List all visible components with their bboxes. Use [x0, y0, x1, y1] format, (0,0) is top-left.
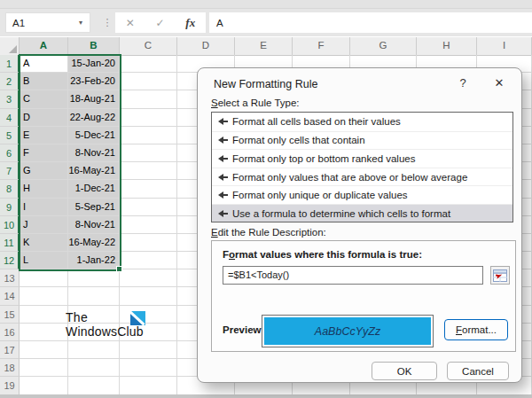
row-header-10[interactable]: 10: [0, 216, 20, 234]
column-header-G[interactable]: G: [350, 37, 417, 56]
name-box[interactable]: A1 ▾: [5, 12, 90, 33]
enter-entry-icon[interactable]: ✓: [156, 17, 165, 29]
rule-type-item-5[interactable]: Use a formula to determine which cells t…: [212, 204, 512, 222]
cell-B5[interactable]: 5-Dec-21: [68, 127, 120, 144]
cell-B12[interactable]: 1-Jan-22: [68, 252, 120, 269]
cell-C19[interactable]: [120, 377, 177, 394]
cell-C18[interactable]: [120, 359, 177, 377]
cell-C5[interactable]: [120, 127, 177, 144]
cell-A3[interactable]: C: [20, 90, 68, 108]
cell-B6[interactable]: 8-Nov-21: [68, 144, 120, 162]
help-button[interactable]: ?: [455, 76, 471, 90]
cell-B10[interactable]: 8-Nov-21: [68, 216, 120, 234]
insert-function-icon[interactable]: fx: [185, 16, 195, 30]
cell-A2[interactable]: B: [20, 73, 68, 90]
cell-C4[interactable]: [120, 109, 177, 127]
row-header-6[interactable]: 6: [0, 144, 20, 162]
row-header-17[interactable]: 17: [0, 341, 20, 359]
cell-C14[interactable]: [120, 287, 177, 305]
row-header-8[interactable]: 8: [0, 180, 20, 198]
row-header-7[interactable]: 7: [0, 162, 20, 180]
cell-B2[interactable]: 23-Feb-20: [68, 73, 120, 90]
cell-A7[interactable]: G: [20, 162, 68, 180]
cell-B3[interactable]: 18-Aug-21: [68, 90, 120, 108]
cell-A5[interactable]: E: [20, 127, 68, 144]
row-header-18[interactable]: 18: [0, 359, 20, 377]
cell-B19[interactable]: [68, 377, 120, 394]
rule-type-item-3[interactable]: Format only values that are above or bel…: [212, 168, 512, 186]
cell-C10[interactable]: [120, 216, 177, 234]
cell-C6[interactable]: [120, 144, 177, 162]
rule-type-item-4[interactable]: Format only unique or duplicate values: [212, 185, 512, 204]
cell-A15[interactable]: [20, 306, 68, 324]
row-header-14[interactable]: 14: [0, 287, 20, 305]
cell-B17[interactable]: [68, 341, 120, 359]
range-picker-button[interactable]: [490, 266, 510, 285]
row-header-19[interactable]: 19: [0, 377, 20, 394]
cell-B18[interactable]: [68, 359, 120, 377]
cell-B4[interactable]: 22-Aug-22: [68, 109, 120, 127]
cell-B1[interactable]: 15-Jan-20: [68, 55, 120, 73]
column-header-A[interactable]: A: [20, 37, 68, 56]
column-header-H[interactable]: H: [417, 37, 477, 56]
cell-B7[interactable]: 16-May-21: [68, 162, 120, 180]
row-header-9[interactable]: 9: [0, 199, 20, 216]
formula-input[interactable]: =$B1<Today(): [223, 266, 483, 285]
cell-A11[interactable]: K: [20, 234, 68, 252]
cell-C3[interactable]: [120, 90, 177, 108]
column-header-E[interactable]: E: [235, 37, 293, 56]
cell-C12[interactable]: [120, 252, 177, 269]
cell-A16[interactable]: [20, 324, 68, 341]
cell-B8[interactable]: 1-Dec-21: [68, 180, 120, 198]
row-header-3[interactable]: 3: [0, 90, 20, 108]
select-all-corner[interactable]: [0, 37, 20, 56]
cell-C11[interactable]: [120, 234, 177, 252]
rule-type-item-2[interactable]: Format only top or bottom ranked values: [212, 149, 512, 168]
cell-A8[interactable]: H: [20, 180, 68, 198]
formula-bar-input[interactable]: A: [209, 12, 532, 33]
cancel-entry-icon[interactable]: ✕: [126, 17, 135, 29]
row-header-2[interactable]: 2: [0, 73, 20, 90]
cell-A19[interactable]: [20, 377, 68, 394]
column-header-F[interactable]: F: [293, 37, 350, 56]
cell-A17[interactable]: [20, 341, 68, 359]
cell-A1[interactable]: A: [20, 55, 68, 73]
format-button[interactable]: Format...: [444, 319, 508, 340]
row-header-13[interactable]: 13: [0, 269, 20, 287]
cell-B11[interactable]: 16-May-22: [68, 234, 120, 252]
row-header-4[interactable]: 4: [0, 109, 20, 127]
cell-C9[interactable]: [120, 199, 177, 216]
column-header-B[interactable]: B: [68, 37, 120, 56]
cell-B14[interactable]: [68, 287, 120, 305]
cell-C13[interactable]: [120, 269, 177, 287]
ok-button[interactable]: OK: [372, 362, 437, 380]
cell-A13[interactable]: [20, 269, 68, 287]
row-header-15[interactable]: 15: [0, 306, 20, 324]
cell-C7[interactable]: [120, 162, 177, 180]
formula-bar-drag-handle[interactable]: ⋮: [101, 12, 113, 33]
cell-A12[interactable]: L: [20, 252, 68, 269]
column-header-I[interactable]: I: [477, 37, 532, 56]
rule-type-item-1[interactable]: Format only cells that contain: [212, 131, 512, 150]
column-header-D[interactable]: D: [177, 37, 235, 56]
cell-B13[interactable]: [68, 269, 120, 287]
cell-A10[interactable]: J: [20, 216, 68, 234]
cell-C8[interactable]: [120, 180, 177, 198]
row-header-1[interactable]: 1: [0, 55, 20, 73]
column-header-C[interactable]: C: [120, 37, 177, 56]
cell-A9[interactable]: I: [20, 199, 68, 216]
row-header-5[interactable]: 5: [0, 127, 20, 144]
cell-C2[interactable]: [120, 73, 177, 90]
row-header-12[interactable]: 12: [0, 252, 20, 269]
cell-A6[interactable]: F: [20, 144, 68, 162]
row-header-11[interactable]: 11: [0, 234, 20, 252]
row-header-16[interactable]: 16: [0, 324, 20, 341]
cell-A4[interactable]: D: [20, 109, 68, 127]
cancel-button[interactable]: Cancel: [447, 362, 509, 380]
cell-C1[interactable]: [120, 55, 177, 73]
rule-type-item-0[interactable]: Format all cells based on their values: [212, 113, 512, 131]
cell-A14[interactable]: [20, 287, 68, 305]
close-icon[interactable]: ✕: [490, 76, 508, 90]
name-box-dropdown-icon[interactable]: ▾: [72, 19, 90, 27]
cell-C17[interactable]: [120, 341, 177, 359]
